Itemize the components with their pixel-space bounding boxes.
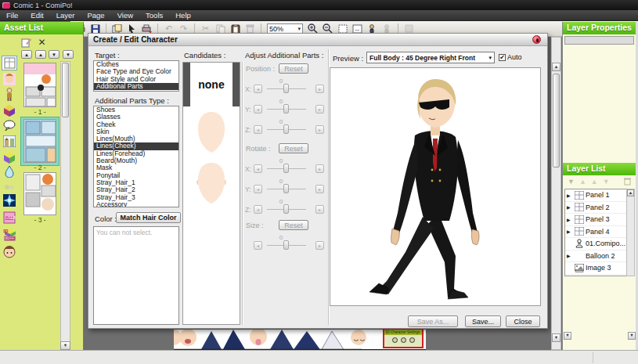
- asset-tab-background-icon[interactable]: [2, 134, 17, 149]
- decrement-button[interactable]: ◂: [254, 205, 262, 214]
- layer-merge-icon[interactable]: ▼: [603, 178, 610, 186]
- asset-tab-3d-item-icon[interactable]: [2, 150, 17, 164]
- expander-icon[interactable]: ▶: [567, 253, 572, 258]
- dialog-title-bar[interactable]: Create / Edit Character: [88, 34, 547, 46]
- slider-handle[interactable]: [283, 164, 289, 173]
- edit-page-button[interactable]: [20, 37, 32, 48]
- layer-row-character[interactable]: 01.Comipo...: [565, 238, 634, 250]
- expander-icon[interactable]: ▶: [567, 193, 572, 198]
- slider-handle[interactable]: [283, 84, 289, 93]
- layer-row-panel-4[interactable]: ▶ Panel 4: [565, 226, 634, 239]
- slider-handle[interactable]: [283, 204, 289, 214]
- image-layer-icon: [574, 263, 584, 272]
- canvas-vertical-scrollbar[interactable]: ▲ ▼: [551, 37, 561, 350]
- decrement-button[interactable]: ◂: [254, 125, 262, 134]
- increment-button[interactable]: ▸: [315, 105, 324, 114]
- page-thumbnail-3[interactable]: [23, 172, 56, 215]
- increment-button[interactable]: ▸: [315, 241, 324, 250]
- move-page-down-button[interactable]: ▼: [49, 50, 59, 59]
- asset-tab-page-icon[interactable]: [2, 56, 17, 70]
- slider-handle[interactable]: [283, 184, 289, 193]
- menu-edit[interactable]: Edit: [24, 11, 49, 20]
- slider-handle[interactable]: [283, 124, 289, 134]
- move-page-top-button[interactable]: ▲: [21, 50, 32, 59]
- increment-button[interactable]: ▸: [315, 85, 324, 93]
- dock-scroll-down-left[interactable]: ▼: [564, 332, 571, 340]
- layer-row-panel-3[interactable]: ▶ Panel 3: [565, 214, 634, 226]
- increment-button[interactable]: ▸: [315, 164, 324, 173]
- asset-tab-character-face-icon[interactable]: [2, 71, 17, 86]
- layer-move-top-icon[interactable]: ▲: [591, 178, 598, 186]
- slider-handle[interactable]: [283, 104, 289, 114]
- layer-row-balloon[interactable]: ▶ Balloon 2: [565, 250, 634, 263]
- menu-help[interactable]: Help: [169, 11, 197, 20]
- size-reset-button[interactable]: Reset: [279, 220, 308, 230]
- asset-tab-user-character-icon[interactable]: [2, 244, 17, 259]
- move-page-bottom-button[interactable]: ▼: [63, 50, 74, 59]
- layer-label: Panel 1: [586, 191, 610, 199]
- dock-scroll-down-right[interactable]: ▼: [628, 332, 636, 340]
- menu-tools[interactable]: Tools: [139, 11, 169, 20]
- slider-handle[interactable]: [283, 240, 289, 250]
- preview-view-select[interactable]: Full Body : 45 Degree Right Front ▾: [366, 52, 495, 63]
- menu-view[interactable]: View: [111, 11, 139, 20]
- page-thumbnail-1[interactable]: [23, 63, 56, 107]
- page-thumbnail-2[interactable]: [23, 119, 56, 163]
- save-as-button[interactable]: Save As...: [408, 315, 458, 327]
- layer-scroll-up-button[interactable]: ▲: [627, 189, 634, 196]
- decrement-button[interactable]: ◂: [254, 85, 262, 93]
- decrement-button[interactable]: ◂: [254, 105, 262, 114]
- asset-tab-balloon-icon[interactable]: [2, 118, 17, 133]
- expander-icon[interactable]: ▶: [567, 217, 572, 222]
- asset-tab-effect-drop-icon[interactable]: [2, 164, 17, 178]
- increment-button[interactable]: ▸: [315, 125, 324, 134]
- asset-tab-user-2d-icon[interactable]: USER: [2, 210, 17, 225]
- delete-page-button[interactable]: ✕: [36, 37, 48, 48]
- layer-move-down-icon[interactable]: ▼: [568, 178, 575, 186]
- auto-checkbox[interactable]: ✔: [499, 54, 506, 61]
- asset-scroll-down-button[interactable]: ▼: [60, 341, 70, 350]
- move-page-up-button[interactable]: ▲: [35, 50, 46, 59]
- decrement-button[interactable]: ◂: [254, 185, 262, 193]
- expander-icon[interactable]: ▶: [567, 204, 572, 210]
- layer-list-scrollbar[interactable]: ▲: [626, 189, 635, 276]
- dialog-close-button[interactable]: [532, 35, 541, 44]
- canvas-scroll-up-button[interactable]: ▲: [552, 63, 561, 71]
- increment-button[interactable]: ▸: [315, 205, 324, 214]
- parts-type-listbox: Shoes Glasses Cheek Skin Lines(Mouth) Li…: [93, 106, 179, 207]
- expander-icon[interactable]: ▶: [567, 229, 572, 234]
- direction-mini-icon[interactable]: [409, 337, 415, 343]
- layer-row-panel-1[interactable]: ▶ Panel 1: [565, 189, 634, 202]
- auto-checkbox-group[interactable]: ✔ Auto: [499, 53, 522, 61]
- layer-row-image[interactable]: Image 3: [565, 262, 634, 275]
- position-reset-button[interactable]: Reset: [279, 63, 308, 74]
- face-mini-icon[interactable]: [401, 337, 406, 343]
- layer-trash-icon[interactable]: [624, 177, 631, 187]
- candidate-none-selected[interactable]: none: [183, 63, 240, 106]
- menu-page[interactable]: Page: [81, 11, 110, 20]
- layer-move-up-icon[interactable]: ▲: [579, 178, 586, 186]
- save-button[interactable]: Save...: [465, 315, 501, 327]
- candidate-face-1[interactable]: [183, 106, 240, 157]
- asset-tab-item-icon[interactable]: [2, 103, 17, 117]
- asset-tab-character-body-icon[interactable]: [2, 87, 17, 102]
- rotate-reset-button[interactable]: Reset: [279, 143, 308, 153]
- layer-properties-field[interactable]: [564, 36, 634, 45]
- close-button[interactable]: Close: [506, 315, 540, 327]
- menu-file[interactable]: File: [0, 11, 24, 20]
- layer-row-panel-2[interactable]: ▶ Panel 2: [565, 202, 634, 214]
- asset-tab-effect-flash-icon[interactable]: [2, 193, 17, 207]
- increment-button[interactable]: ▸: [315, 185, 324, 193]
- candidate-face-2[interactable]: [183, 157, 240, 208]
- asset-list-scrollbar[interactable]: [60, 61, 70, 351]
- asset-tab-user-3d-icon[interactable]: USER3D: [2, 227, 17, 242]
- pose-mini-icon[interactable]: [392, 337, 398, 343]
- canvas-scroll-down-button[interactable]: ▼: [552, 333, 561, 342]
- decrement-button[interactable]: ◂: [254, 164, 262, 173]
- match-hair-color-button[interactable]: Match Hair Color: [116, 212, 181, 223]
- decrement-button[interactable]: ◂: [254, 241, 262, 250]
- character-settings-popup[interactable]: 3D Character Settings: [383, 328, 424, 348]
- menu-layer[interactable]: Layer: [50, 11, 81, 20]
- target-item-selected[interactable]: Additional Parts: [94, 83, 178, 90]
- parts-item[interactable]: Accessory: [94, 201, 178, 207]
